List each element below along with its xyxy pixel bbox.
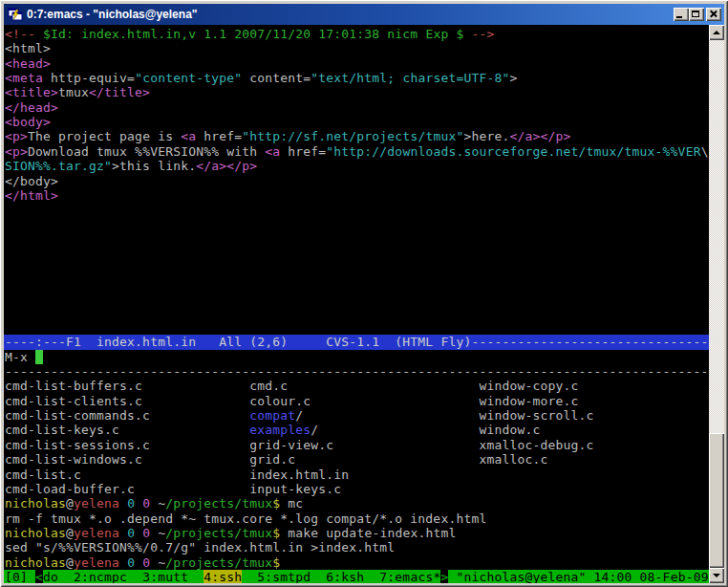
scroll-up-button[interactable] bbox=[709, 25, 724, 40]
emacs-source-line: <meta http-equiv="content-type" content=… bbox=[4, 71, 709, 85]
maximize-icon bbox=[692, 11, 699, 17]
terminal-screen[interactable]: <!-- $Id: index.html.in,v 1.1 2007/11/20… bbox=[4, 25, 709, 583]
shell-ls-output-line: cmd-list-commands.c compat/ window-scrol… bbox=[4, 408, 709, 423]
emacs-comment-line: <!-- $Id: index.html.in,v 1.1 2007/11/20… bbox=[4, 27, 709, 41]
empty-line bbox=[4, 232, 709, 247]
shell-prompt-line: nicholas@yelena 0 0 ~/projects/tmux$ mak… bbox=[4, 526, 709, 540]
empty-line bbox=[4, 276, 709, 291]
empty-line bbox=[4, 247, 709, 261]
shell-output-line: sed "s/%%VERSION%%/0.7/g" index.html.in … bbox=[4, 540, 709, 554]
shell-ls-output-line: cmd-load-buffer.c input-keys.c bbox=[4, 482, 709, 496]
scrollbar[interactable] bbox=[709, 25, 724, 583]
scroll-down-icon bbox=[713, 574, 720, 577]
emacs-source-line: SION%%.tar.gz">this link.</a></p> bbox=[4, 159, 709, 173]
window-controls bbox=[674, 8, 721, 21]
emacs-source-line: <p>Download tmux %%VERSION%% with <a hre… bbox=[4, 144, 709, 159]
shell-ls-output-line: cmd-list-clients.c colour.c window-more.… bbox=[4, 394, 709, 408]
close-button[interactable] bbox=[706, 8, 721, 21]
emacs-modeline: ----:---F1 index.html.in All (2,6) CVS-1… bbox=[4, 335, 709, 349]
window-titlebar[interactable]: 0:7:emacs - "nicholas@yelena" bbox=[4, 4, 724, 25]
emacs-minibuffer: M-x bbox=[4, 350, 709, 364]
close-icon bbox=[709, 10, 717, 18]
scroll-down-button[interactable] bbox=[709, 568, 724, 583]
shell-prompt-line: nicholas@yelena 0 0 ~/projects/tmux$ bbox=[4, 555, 709, 570]
emacs-source-line: </body> bbox=[4, 174, 709, 188]
emacs-source-line: <title>tmux</title> bbox=[4, 85, 709, 99]
minimize-icon bbox=[676, 16, 682, 18]
window-title: 0:7:emacs - "nicholas@yelena" bbox=[27, 8, 674, 21]
emacs-source-line: <p>The project page is <a href="http://s… bbox=[4, 129, 709, 143]
shell-output-line: rm -f tmux *.o .depend *~ tmux.core *.lo… bbox=[4, 511, 709, 526]
empty-line bbox=[4, 291, 709, 305]
emacs-source-line: </html> bbox=[4, 188, 709, 203]
scrollbar-thumb[interactable] bbox=[709, 433, 724, 568]
shell-ls-output-line: cmd-list-sessions.c grid-view.c xmalloc-… bbox=[4, 438, 709, 452]
emacs-source-line: <body> bbox=[4, 115, 709, 129]
shell-ls-output-line: cmd-list.c index.html.in bbox=[4, 467, 709, 482]
putty-icon bbox=[8, 7, 23, 22]
minimize-button[interactable] bbox=[674, 8, 689, 21]
empty-line bbox=[4, 203, 709, 217]
empty-line bbox=[4, 218, 709, 232]
shell-prompt-line: nicholas@yelena 0 0 ~/projects/tmux$ mc bbox=[4, 496, 709, 511]
emacs-source-line: <head> bbox=[4, 56, 709, 71]
emacs-source-line: <html> bbox=[4, 41, 709, 55]
maximize-button[interactable] bbox=[689, 8, 704, 21]
scroll-up-icon bbox=[713, 31, 720, 34]
shell-ls-output-line: cmd-list-windows.c grid.c xmalloc.c bbox=[4, 452, 709, 467]
putty-window: 0:7:emacs - "nicholas@yelena" <!-- $Id: … bbox=[0, 0, 728, 587]
tmux-status-bar: [0] <do 2:ncmpc 3:mutt 4:ssh 5:smtpd 6:k… bbox=[4, 570, 709, 583]
emacs-source-line: </head> bbox=[4, 100, 709, 115]
empty-line bbox=[4, 262, 709, 276]
empty-line bbox=[4, 306, 709, 320]
empty-line bbox=[4, 320, 709, 335]
shell-ls-output-line: cmd-list-keys.c examples/ window.c bbox=[4, 423, 709, 437]
shell-ls-output-line: cmd-list-buffers.c cmd.c window-copy.c bbox=[4, 379, 709, 393]
tmux-pane-separator: ----------------------------------------… bbox=[4, 364, 709, 379]
